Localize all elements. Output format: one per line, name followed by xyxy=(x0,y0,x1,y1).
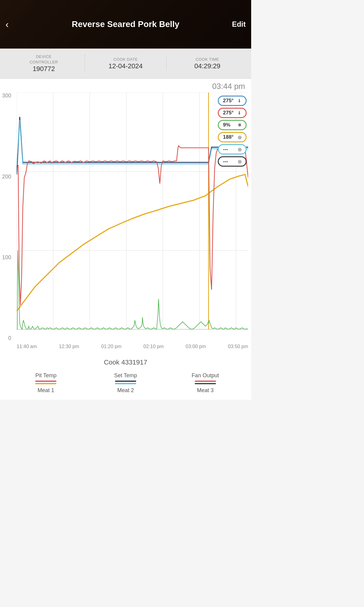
meat3-icon: ◎ xyxy=(238,159,241,164)
y-label-300: 300 xyxy=(2,93,11,99)
y-label-100: 100 xyxy=(2,254,11,261)
legend-fan-output-label: Fan Output xyxy=(192,372,219,379)
fan-icon: ❋ xyxy=(238,123,241,127)
tooltip-meat1-value: 188° xyxy=(223,134,234,140)
legend-fan-output: Fan Output xyxy=(165,372,245,384)
tooltip-meat2: --- ◎ xyxy=(218,144,247,154)
legend-set-temp-lines xyxy=(115,381,136,384)
pit-temp-orange-line xyxy=(35,383,56,384)
x-label-0300: 03:00 pm xyxy=(186,344,206,349)
x-label-0350: 03:50 pm xyxy=(228,344,248,349)
thermometer-icon: 🌡 xyxy=(237,98,241,103)
x-label-0210: 02:10 pm xyxy=(143,344,164,349)
info-bar: DEVICECONTROLLER 190772 COOK DATE 12-04-… xyxy=(0,49,251,79)
tooltip-area: 275° 🌡 275° 🌡 9% ❋ 188° ◎ --- ◎ --- ◎ xyxy=(218,96,247,167)
tooltip-fan-output: 9% ❋ xyxy=(218,120,247,130)
legend-pit-temp-label: Pit Temp xyxy=(35,372,56,379)
legend-meat3: Meat 3 xyxy=(165,387,245,394)
legend-meat3-label: Meat 3 xyxy=(197,387,214,394)
y-label-200: 200 xyxy=(2,174,11,180)
legend-set-temp-label: Set Temp xyxy=(114,372,137,379)
x-label-1140: 11:40 am xyxy=(17,344,37,349)
cook-time-info: COOK TIME 04:29:29 xyxy=(167,57,248,70)
cook-date-label: COOK DATE xyxy=(85,57,167,62)
tooltip-fan-output-value: 9% xyxy=(223,122,231,128)
legend: Pit Temp Set Temp Fan Output Meat 1 Meat… xyxy=(0,369,251,400)
chart-section: 03:44 pm 300 200 100 0 xyxy=(0,79,251,352)
chart-tooltip-time: 03:44 pm xyxy=(0,82,251,91)
x-label-1230: 12:30 pm xyxy=(59,344,79,349)
legend-meat2-label: Meat 2 xyxy=(117,387,134,394)
y-label-0: 0 xyxy=(8,335,11,341)
legend-meat2: Meat 2 xyxy=(86,387,166,394)
x-label-0120: 01:20 pm xyxy=(101,344,122,349)
chart-wrapper[interactable]: 300 200 100 0 xyxy=(17,93,248,341)
tooltip-meat2-value: --- xyxy=(223,146,228,152)
device-controller-value: 190772 xyxy=(3,65,85,73)
header: ‹ Reverse Seared Pork Belly Edit xyxy=(0,0,251,49)
tooltip-meat3-value: --- xyxy=(223,158,228,164)
cook-time-label: COOK TIME xyxy=(167,57,248,62)
meat2-icon: ◎ xyxy=(238,147,241,152)
edit-button[interactable]: Edit xyxy=(232,20,246,29)
tooltip-meat1: 188° ◎ xyxy=(218,132,247,142)
device-controller-info: DEVICECONTROLLER 190772 xyxy=(3,54,85,73)
fan-output-gray-line xyxy=(195,383,216,384)
cook-id: Cook 4331917 xyxy=(0,352,251,369)
cook-time-value: 04:29:29 xyxy=(167,62,248,70)
device-controller-label: DEVICECONTROLLER xyxy=(3,54,85,65)
tooltip-set-temp-value: 275° xyxy=(223,98,234,104)
legend-pit-temp-lines xyxy=(35,381,56,384)
thermometer2-icon: 🌡 xyxy=(237,110,241,115)
tooltip-pit-temp-value: 275° xyxy=(223,110,234,116)
back-button[interactable]: ‹ xyxy=(5,19,9,30)
legend-pit-temp: Pit Temp xyxy=(6,372,86,384)
page-title: Reverse Seared Pork Belly xyxy=(72,19,180,29)
y-axis: 300 200 100 0 xyxy=(1,93,12,341)
cook-date-info: COOK DATE 12-04-2024 xyxy=(85,57,167,70)
legend-meat1-label: Meat 1 xyxy=(38,387,54,394)
chart-svg xyxy=(17,93,248,341)
cook-date-value: 12-04-2024 xyxy=(85,62,167,70)
meat1-icon: ◎ xyxy=(238,135,241,140)
set-temp-lightblue-line xyxy=(115,383,136,384)
x-axis: 11:40 am 12:30 pm 01:20 pm 02:10 pm 03:0… xyxy=(0,341,251,349)
set-temp-darkblue-line xyxy=(115,381,136,382)
fan-output-red-line xyxy=(195,381,216,382)
legend-meat1: Meat 1 xyxy=(6,387,86,394)
tooltip-meat3: --- ◎ xyxy=(218,156,247,167)
tooltip-set-temp: 275° 🌡 xyxy=(218,96,247,106)
tooltip-pit-temp: 275° 🌡 xyxy=(218,108,247,118)
pit-temp-red-line xyxy=(35,381,56,382)
legend-set-temp: Set Temp xyxy=(86,372,166,384)
legend-fan-output-lines xyxy=(195,381,216,384)
